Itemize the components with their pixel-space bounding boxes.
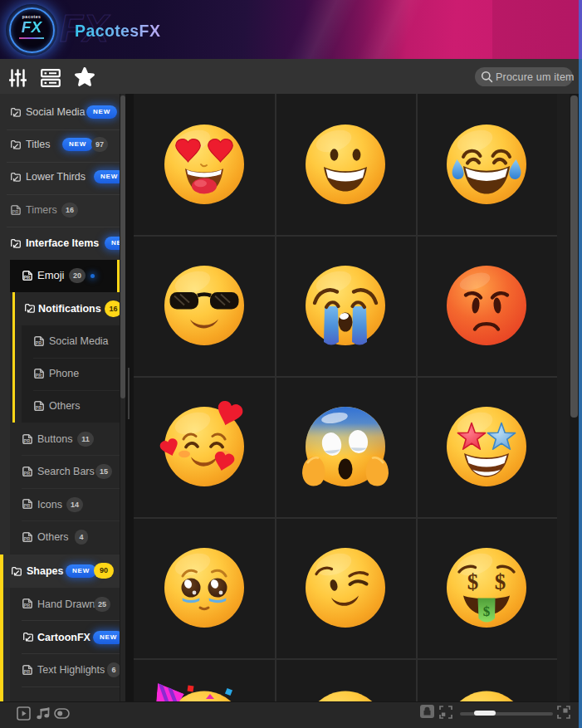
svg-text:PR: PR	[24, 536, 31, 541]
svg-text:$: $	[483, 603, 491, 619]
svg-text:PR: PR	[36, 373, 42, 378]
svg-text:$: $	[495, 569, 506, 594]
svg-text:PR: PR	[24, 471, 31, 476]
svg-text:PR: PR	[24, 438, 31, 443]
svg-text:$: $	[467, 569, 479, 594]
svg-text:PR: PR	[12, 209, 19, 214]
svg-text:PR: PR	[24, 669, 31, 674]
svg-text:PR: PR	[24, 603, 31, 608]
svg-text:PR: PR	[24, 503, 31, 508]
svg-text:PR: PR	[36, 405, 42, 410]
svg-text:PR: PR	[24, 275, 31, 280]
svg-text:PR: PR	[36, 340, 42, 345]
